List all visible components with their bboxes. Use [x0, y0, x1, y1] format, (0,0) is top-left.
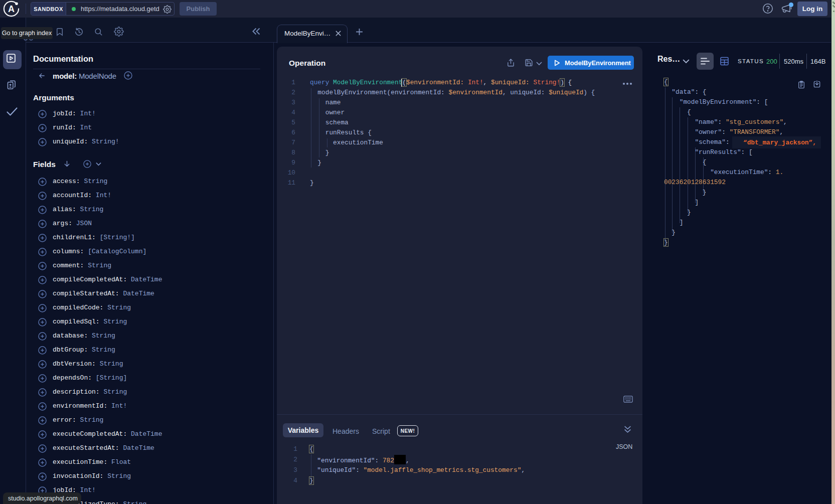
svg-text:A: A — [8, 4, 15, 14]
